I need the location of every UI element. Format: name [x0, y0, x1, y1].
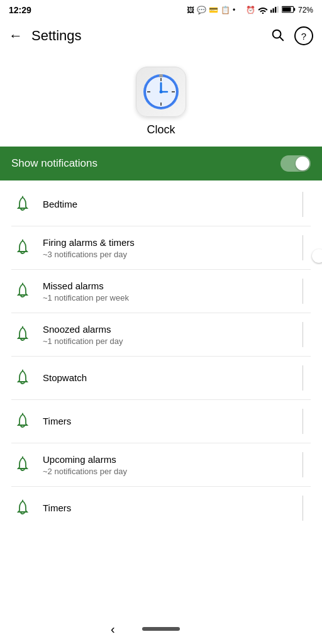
notif-title: Stopwatch	[43, 372, 295, 384]
notif-text: Upcoming alarms ~2 notifications per day	[34, 453, 295, 477]
notif-subtitle: ~3 notifications per day	[43, 250, 295, 259]
status-time: 12:29	[9, 5, 31, 15]
bell-icon	[11, 453, 34, 476]
notif-title: Snoozed alarms	[43, 323, 295, 336]
status-bar: 12:29 🖼 💬 💳 📋 • ⏰ 72%	[0, 0, 322, 20]
svg-rect-1	[272, 8, 274, 13]
alarm-icon: ⏰	[246, 6, 255, 14]
help-button[interactable]: ?	[294, 26, 313, 45]
notif-item[interactable]: Upcoming alarms ~2 notifications per day	[0, 443, 322, 486]
gallery-icon: 🖼	[187, 6, 194, 14]
nav-bar: ‹	[0, 614, 322, 644]
app-name: Clock	[147, 123, 175, 136]
show-notifications-banner[interactable]: Show notifications	[0, 147, 322, 180]
bell-icon	[11, 280, 34, 303]
notif-divider	[303, 409, 303, 434]
svg-point-18	[160, 91, 163, 94]
notif-title: Bedtime	[43, 198, 295, 211]
nav-back-button[interactable]: ‹	[111, 622, 115, 636]
notif-text: Stopwatch	[34, 372, 295, 384]
back-button[interactable]: ←	[9, 28, 23, 44]
svg-rect-5	[294, 8, 295, 11]
wifi-icon	[258, 5, 268, 16]
svg-rect-6	[282, 7, 291, 11]
notif-title: Missed alarms	[43, 280, 295, 292]
whatsapp-icon: 💬	[197, 6, 206, 14]
notif-text: Snoozed alarms ~1 notification per day	[34, 323, 295, 347]
top-bar: ← Settings ?	[0, 20, 322, 52]
notif-divider	[303, 322, 303, 347]
status-icons: 🖼 💬 💳 📋 • ⏰ 72%	[187, 4, 313, 16]
notif-item[interactable]: Firing alarms & timers ~3 notifications …	[0, 226, 322, 269]
notif-title: Firing alarms & timers	[43, 236, 295, 249]
notif-item[interactable]: Snoozed alarms ~1 notification per day	[0, 313, 322, 356]
svg-rect-0	[270, 9, 272, 13]
notif-text: Firing alarms & timers ~3 notifications …	[34, 236, 295, 260]
dot-icon: •	[233, 6, 235, 14]
notification-list: Bedtime Firing alarms & timers	[0, 180, 322, 532]
task-icon: 📋	[221, 6, 230, 14]
bell-icon	[11, 236, 34, 259]
notif-title: Upcoming alarms	[43, 453, 295, 466]
bell-icon	[11, 323, 34, 346]
notif-item[interactable]: Bedtime	[0, 183, 322, 226]
notif-title: Timers	[43, 502, 295, 514]
notif-item[interactable]: Stopwatch	[0, 357, 322, 399]
notif-title: Timers	[43, 415, 295, 428]
notif-item[interactable]: Timers	[0, 400, 322, 443]
notif-item[interactable]: Missed alarms ~1 notification per week	[0, 270, 322, 313]
notif-text: Timers	[34, 502, 295, 514]
search-button[interactable]	[270, 28, 284, 45]
svg-line-8	[280, 37, 283, 40]
nav-pill	[142, 627, 180, 631]
page-title: Settings	[31, 28, 270, 44]
notif-text: Timers	[34, 415, 295, 428]
app-icon	[136, 67, 186, 117]
signal-icon	[270, 5, 279, 16]
svg-rect-2	[275, 6, 276, 12]
notif-divider	[303, 452, 303, 477]
svg-rect-19	[159, 74, 163, 77]
top-action-icons: ?	[270, 26, 313, 45]
bell-icon	[11, 367, 34, 389]
battery-icon	[282, 6, 296, 15]
show-notifications-label: Show notifications	[11, 157, 97, 170]
notif-divider	[303, 279, 303, 304]
notif-subtitle: ~1 notification per day	[43, 336, 295, 346]
wallet-icon: 💳	[209, 6, 218, 14]
notif-subtitle: ~1 notification per week	[43, 293, 295, 303]
svg-rect-3	[277, 6, 278, 13]
notif-divider	[303, 192, 303, 217]
bell-icon	[11, 410, 34, 433]
notif-item[interactable]: Timers	[0, 487, 322, 530]
notif-divider	[303, 496, 303, 521]
bell-icon	[11, 497, 34, 519]
notif-text: Missed alarms ~1 notification per week	[34, 280, 295, 303]
bell-icon	[11, 193, 34, 216]
notif-subtitle: ~2 notifications per day	[43, 467, 295, 476]
notif-text: Bedtime	[34, 198, 295, 211]
app-icon-area: Clock	[0, 52, 322, 147]
notif-divider	[303, 235, 303, 260]
battery-pct: 72%	[298, 6, 313, 14]
notif-divider	[303, 365, 303, 391]
show-notifications-toggle[interactable]	[280, 155, 311, 172]
